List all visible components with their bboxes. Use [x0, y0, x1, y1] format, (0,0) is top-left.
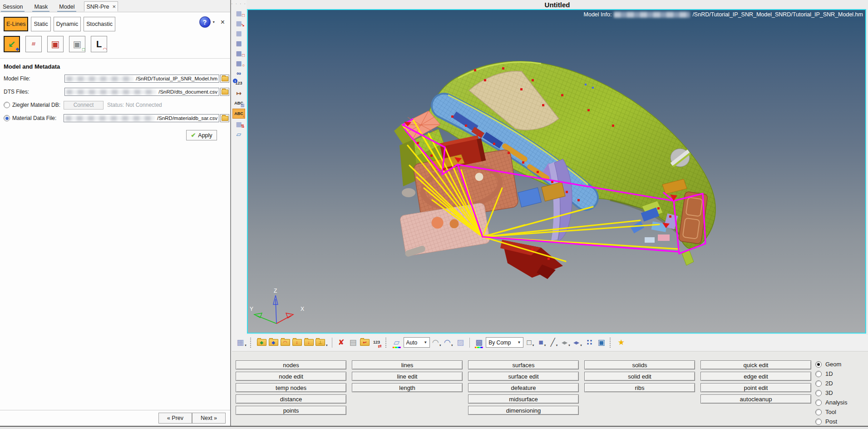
quick-edit-button[interactable]: quick edit: [700, 360, 811, 369]
model-canvas[interactable]: Z Y X: [248, 10, 865, 333]
red-panel-tool-icon[interactable]: ▣: [47, 36, 64, 52]
page-tool-option[interactable]: Tool: [815, 408, 847, 416]
renumber-icon[interactable]: 123⇄: [372, 337, 382, 349]
nodes-button[interactable]: nodes: [236, 360, 346, 369]
lines-button[interactable]: lines: [352, 360, 463, 369]
shaded-elements-icon-caret[interactable]: ▾: [544, 344, 546, 349]
defeature-button[interactable]: defeature: [468, 383, 579, 392]
wireframe-elements-icon[interactable]: □▾: [525, 337, 535, 349]
model-file-browse-button[interactable]: [220, 75, 229, 83]
display-all-icon[interactable]: ▦: [233, 39, 245, 48]
tab-snr-pre[interactable]: SNR-Pre×: [84, 1, 118, 12]
card-edit-icon[interactable]: ▤: [348, 337, 358, 349]
shaded-geometry-icon-caret[interactable]: ▾: [451, 344, 453, 349]
help-caret-icon[interactable]: ▾: [213, 20, 215, 24]
panel-close-icon[interactable]: ×: [221, 18, 225, 26]
subtab-dynamic[interactable]: Dynamic: [54, 17, 81, 31]
radio-icon[interactable]: [815, 361, 822, 368]
midsurface-button[interactable]: midsurface: [468, 394, 579, 404]
solids-button[interactable]: solids: [584, 360, 695, 369]
tab-close-icon[interactable]: ×: [112, 3, 116, 10]
points-button[interactable]: points: [236, 406, 346, 415]
page-1d-option[interactable]: 1D: [815, 370, 847, 378]
material-file-browse-button[interactable]: [220, 114, 229, 122]
systems-icon[interactable]: ⊥▾: [316, 337, 328, 349]
dimensioning-button[interactable]: dimensioning: [468, 406, 579, 415]
measure-icon[interactable]: ↦: [233, 89, 245, 98]
surfaces-button[interactable]: surfaces: [468, 360, 579, 369]
text-labels-icon[interactable]: ABC▦: [233, 99, 245, 108]
ribs-button[interactable]: ribs: [584, 383, 695, 392]
review-tool-icon[interactable]: L◠: [91, 36, 107, 52]
apply-button[interactable]: ✔ Apply: [186, 130, 217, 140]
create-elines-tool-icon[interactable]: ↙◆: [4, 36, 20, 52]
spherical-clipping-icon[interactable]: ▦○: [233, 59, 245, 68]
edge-edit-button[interactable]: edge edit: [700, 372, 811, 381]
connect-button[interactable]: Connect: [64, 101, 104, 110]
mask-plate-icon[interactable]: ▦: [233, 29, 245, 38]
organize-icon[interactable]: ◆: [256, 337, 266, 349]
radio-icon[interactable]: [815, 380, 822, 387]
find-entities-icon[interactable]: ∞: [233, 69, 245, 78]
unmask-adjacent-icon[interactable]: ▦□: [233, 49, 245, 58]
element-color-select[interactable]: By Comp▼: [486, 337, 523, 348]
page-3d-option[interactable]: 3D: [815, 389, 847, 397]
visualization-options-icon[interactable]: ∷: [584, 337, 594, 349]
subtab-elines[interactable]: E-Lines: [4, 17, 28, 31]
color-mode-icon[interactable]: ▱: [392, 337, 402, 349]
favorites-star-icon[interactable]: ★: [616, 337, 626, 349]
page-analysis-option[interactable]: Analysis: [815, 399, 847, 406]
point-edit-button[interactable]: point edit: [700, 383, 811, 392]
material-file-input[interactable]: /SnRD/materialdb_sar.csv: [64, 114, 219, 122]
mask-elements-icon[interactable]: ▦□: [233, 9, 245, 18]
tab-session[interactable]: Session: [1, 2, 25, 12]
thickness-plate-icon-caret[interactable]: ▾: [580, 344, 582, 349]
line-edit-button[interactable]: line edit: [352, 372, 463, 381]
page-2d-option[interactable]: 2D: [815, 379, 847, 387]
help-icon[interactable]: ?: [199, 16, 211, 28]
vector-plates-icon[interactable]: ▦⇅: [233, 120, 245, 129]
solid-edit-button[interactable]: solid edit: [584, 372, 695, 381]
material-file-radio[interactable]: [4, 115, 10, 121]
radio-icon[interactable]: [815, 390, 822, 396]
shaded-plate-icon-caret[interactable]: ▾: [245, 344, 247, 349]
dts-files-browse-button[interactable]: [220, 88, 229, 96]
reorder-icon[interactable]: ↩: [360, 337, 370, 349]
elines-table-tool-icon[interactable]: ///: [25, 36, 42, 52]
dts-files-input[interactable]: /SnRD/dts_document.csv: [64, 88, 219, 96]
shaded-elements-icon[interactable]: ■▾: [537, 337, 547, 349]
element-handles-icon[interactable]: ╱▾: [549, 337, 559, 349]
element-color-select-arrow-icon[interactable]: ▼: [517, 340, 521, 344]
next-button[interactable]: Next »: [192, 413, 226, 424]
translate-icon[interactable]: ↕: [292, 337, 302, 349]
radio-icon[interactable]: [815, 399, 822, 406]
distance-button[interactable]: distance: [236, 394, 346, 404]
autocleanup-button[interactable]: autocleanup: [700, 394, 811, 404]
numbers-display-icon[interactable]: 123i: [233, 79, 245, 88]
radio-icon[interactable]: [815, 371, 822, 377]
length-button[interactable]: length: [352, 383, 463, 392]
transparent-cube-icon[interactable]: ▨: [455, 337, 465, 349]
shaded-geometry-icon[interactable]: ◠▾: [444, 337, 454, 349]
page-post-option[interactable]: Post: [815, 418, 847, 425]
unmask-elements-icon[interactable]: ▦↘: [233, 19, 245, 28]
thickness-plate-icon[interactable]: ◆▾: [572, 337, 582, 349]
model-file-input[interactable]: /SnRD/Tutorial_IP_SNR_Model.hm: [64, 75, 219, 83]
graphics-viewport[interactable]: Z Y X Model Info: /SnRD/Tutorial_IP_SNR_…: [247, 9, 866, 334]
import-loads-icon[interactable]: ↓: [304, 337, 314, 349]
shaded-plate-icon[interactable]: ▦▾: [237, 337, 247, 349]
facets-icon[interactable]: ◆▾: [561, 337, 571, 349]
collectors-icon[interactable]: ◆: [268, 337, 278, 349]
color-mode-select-arrow-icon[interactable]: ▼: [424, 340, 427, 344]
surface-edit-button[interactable]: surface edit: [468, 372, 579, 381]
load-review-icon[interactable]: ◠: [280, 337, 290, 349]
node-edit-button[interactable]: node edit: [236, 372, 346, 381]
performance-monitor-icon[interactable]: ▣: [596, 337, 606, 349]
facets-icon-caret[interactable]: ▾: [568, 344, 570, 349]
color-mode-select[interactable]: Auto▼: [404, 337, 430, 348]
radio-icon[interactable]: [815, 419, 822, 425]
wireframe-geometry-icon-caret[interactable]: ▾: [439, 344, 441, 349]
wireframe-elements-icon-caret[interactable]: ▾: [533, 344, 534, 349]
radio-icon[interactable]: [815, 409, 822, 415]
tab-model[interactable]: Model: [57, 2, 76, 12]
